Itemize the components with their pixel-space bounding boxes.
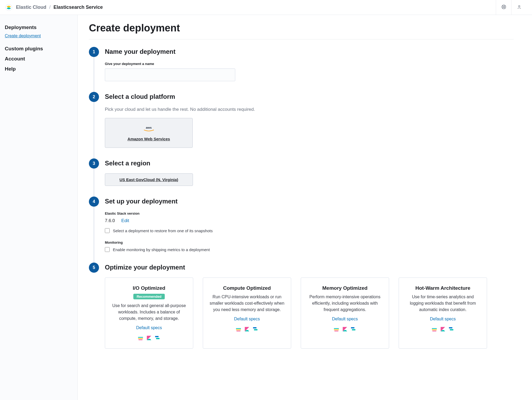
default-specs-link[interactable]: Default specs — [430, 317, 456, 321]
svg-point-2 — [503, 6, 505, 8]
cloud-provider-aws[interactable]: aws Amazon Web Services — [105, 118, 193, 148]
step-number: 5 — [89, 263, 99, 273]
step-number: 3 — [89, 158, 99, 169]
step-3: 3 Select a region US East GovCloud (N. V… — [89, 158, 514, 197]
recommended-badge: Recommended — [133, 294, 164, 299]
kibana-icon — [146, 335, 152, 341]
step-number: 2 — [89, 92, 99, 102]
kibana-icon — [342, 326, 348, 332]
product-icons — [209, 326, 285, 332]
svg-line-6 — [502, 7, 503, 8]
help-button[interactable] — [496, 0, 511, 15]
svg-rect-12 — [254, 329, 258, 330]
edit-version-link[interactable]: Edit — [121, 218, 129, 223]
step-number: 1 — [89, 47, 99, 57]
provider-label: Amazon Web Services — [113, 137, 185, 141]
version-label: Elastic Stack version — [105, 211, 514, 215]
elasticsearch-icon — [236, 326, 241, 332]
svg-rect-10 — [156, 338, 160, 339]
card-title: Compute Optimized — [209, 285, 285, 291]
card-title: Memory Optimized — [307, 285, 383, 291]
restore-snapshot-checkbox[interactable] — [105, 228, 110, 233]
card-desc: Use for search and general all-purpose w… — [111, 303, 187, 322]
apm-icon — [155, 335, 160, 341]
step-5: 5 Optimize your deployment I/O Optimized… — [89, 263, 514, 359]
kibana-icon — [440, 326, 446, 332]
svg-line-3 — [502, 6, 503, 6]
elasticsearch-icon — [333, 326, 339, 332]
step-title: Name your deployment — [105, 47, 514, 55]
apm-icon — [253, 326, 258, 332]
region-selector[interactable]: US East GovCloud (N. Virginia) — [105, 173, 193, 186]
product-icons — [111, 335, 187, 341]
aws-logo-icon: aws — [113, 125, 185, 134]
svg-line-4 — [504, 7, 505, 8]
monitoring-row[interactable]: Enable monitoring by shipping metrics to… — [105, 247, 514, 252]
optimize-card-memory[interactable]: Memory Optimized Perform memory-intensiv… — [301, 277, 389, 349]
sidebar: Deployments Create deployment Custom plu… — [0, 15, 78, 400]
breadcrumb: Elastic Cloud / Elasticsearch Service — [16, 5, 103, 10]
step-title: Select a region — [105, 158, 514, 167]
deployment-name-label: Give your deployment a name — [105, 62, 514, 66]
sidebar-item-help[interactable]: Help — [5, 64, 73, 74]
brand-right[interactable]: Elasticsearch Service — [53, 5, 103, 10]
step-number: 4 — [89, 197, 99, 207]
svg-text:aws: aws — [146, 126, 152, 129]
version-value: 7.6.0 — [105, 218, 115, 223]
sidebar-item-create-deployment[interactable]: Create deployment — [5, 32, 73, 44]
optimize-card-hotwarm[interactable]: Hot-Warm Architecture Use for time-serie… — [399, 277, 487, 349]
step-2: 2 Select a cloud platform Pick your clou… — [89, 92, 514, 158]
optimize-card-compute[interactable]: Compute Optimized Run CPU-intensive work… — [203, 277, 291, 349]
card-title: I/O Optimized — [111, 285, 187, 291]
svg-line-5 — [504, 6, 505, 6]
sidebar-item-custom-plugins[interactable]: Custom plugins — [5, 44, 73, 54]
svg-rect-11 — [253, 327, 257, 329]
svg-point-7 — [518, 6, 520, 7]
step-4: 4 Set up your deployment Elastic Stack v… — [89, 197, 514, 263]
step-title: Select a cloud platform — [105, 92, 514, 100]
monitoring-section-label: Monitoring — [105, 240, 514, 244]
default-specs-link[interactable]: Default specs — [234, 317, 260, 321]
optimize-card-io[interactable]: I/O Optimized Recommended Use for search… — [105, 277, 193, 349]
monitoring-checkbox[interactable] — [105, 247, 110, 252]
user-menu-button[interactable] — [511, 0, 527, 15]
breadcrumb-separator: / — [49, 5, 51, 10]
restore-snapshot-row[interactable]: Select a deployment to restore from one … — [105, 228, 514, 233]
svg-rect-15 — [449, 327, 452, 329]
svg-rect-14 — [352, 329, 356, 330]
card-desc: Use for time-series analytics and loggin… — [405, 294, 481, 313]
product-icons — [405, 326, 481, 332]
monitoring-label: Enable monitoring by shipping metrics to… — [113, 247, 210, 252]
step-subtitle: Pick your cloud and let us handle the re… — [105, 107, 514, 112]
elasticsearch-icon — [138, 335, 143, 341]
kibana-icon — [244, 326, 250, 332]
step-1: 1 Name your deployment Give your deploym… — [89, 47, 514, 92]
user-icon — [517, 5, 521, 10]
svg-rect-13 — [351, 327, 354, 329]
default-specs-link[interactable]: Default specs — [136, 325, 162, 330]
restore-snapshot-label: Select a deployment to restore from one … — [113, 228, 213, 233]
card-title: Hot-Warm Architecture — [405, 285, 481, 291]
svg-rect-16 — [450, 329, 453, 330]
sidebar-item-deployments[interactable]: Deployments — [5, 22, 73, 32]
product-icons — [307, 326, 383, 332]
svg-rect-9 — [155, 336, 159, 337]
card-desc: Run CPU-intensive workloads or run small… — [209, 294, 285, 313]
apm-icon — [350, 326, 356, 332]
sidebar-item-account[interactable]: Account — [5, 54, 73, 64]
brand-left[interactable]: Elastic Cloud — [16, 5, 46, 10]
life-ring-icon — [501, 5, 506, 10]
step-title: Optimize your deployment — [105, 263, 514, 271]
elasticsearch-icon — [431, 326, 437, 332]
page-title: Create deployment — [89, 22, 514, 39]
card-desc: Perform memory-intensive operations effi… — [307, 294, 383, 313]
topbar: Elastic Cloud / Elasticsearch Service — [0, 0, 532, 15]
elastic-logo-icon — [5, 4, 12, 11]
default-specs-link[interactable]: Default specs — [332, 317, 358, 321]
apm-icon — [448, 326, 454, 332]
deployment-name-input[interactable] — [105, 68, 235, 81]
step-title: Set up your deployment — [105, 197, 514, 205]
